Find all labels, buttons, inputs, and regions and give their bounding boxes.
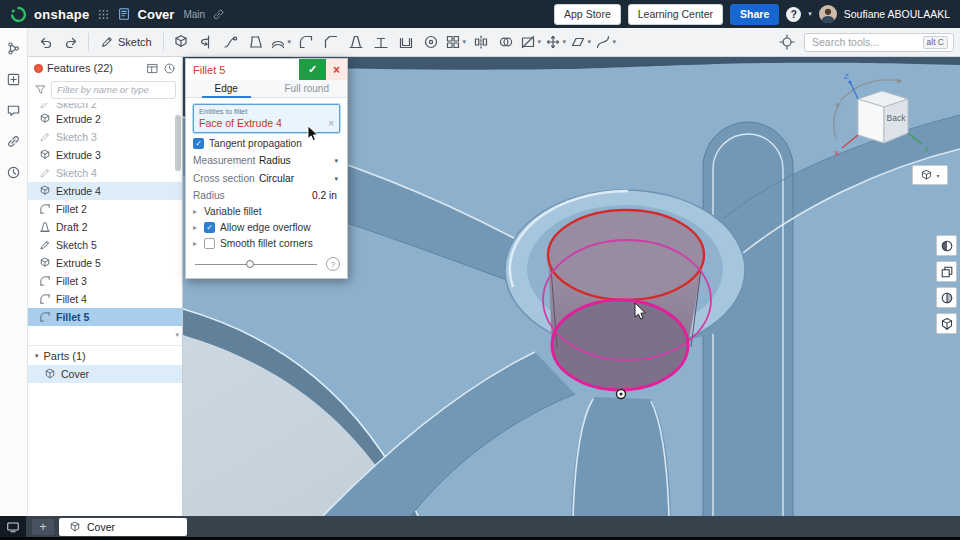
feature-table-icon[interactable]	[146, 62, 159, 75]
appearance-icon[interactable]	[936, 235, 957, 256]
edge-overflow-expand-icon[interactable]: ▸	[193, 223, 199, 232]
view-cube[interactable]: Back Z X Y	[824, 69, 936, 169]
display-style-button[interactable]: ▾	[912, 165, 948, 185]
smooth-fillet-corners-row[interactable]: ▸ Smooth fillet corners	[193, 238, 340, 249]
feature-item-fillet-4[interactable]: Fillet 4	[28, 290, 182, 308]
help-button[interactable]: ?	[786, 7, 801, 22]
part-item-cover[interactable]: Cover	[28, 365, 182, 383]
revolve-icon[interactable]	[194, 31, 218, 53]
sweep-icon[interactable]	[219, 31, 243, 53]
confirm-button[interactable]: ✓	[299, 59, 326, 80]
shell-icon[interactable]	[394, 31, 418, 53]
feature-item-extrude-3[interactable]: Extrude 3	[28, 146, 182, 164]
feature-item-sketch-3[interactable]: Sketch 3	[28, 128, 182, 146]
comment-icon[interactable]	[4, 100, 24, 120]
parts-section-header[interactable]: ▾ Parts (1)	[28, 345, 182, 365]
feature-item-sketch-5[interactable]: Sketch 5	[28, 236, 182, 254]
add-tab-button[interactable]: +	[32, 519, 54, 535]
history-icon[interactable]	[4, 162, 24, 182]
feature-item-sketch-2[interactable]: Sketch 2	[28, 103, 182, 110]
cancel-button[interactable]: ×	[326, 59, 347, 80]
screencast-icon[interactable]	[0, 516, 26, 537]
features-scrollbar-thumb[interactable]	[175, 115, 181, 171]
final-state-slider[interactable]	[193, 259, 319, 269]
redo-button[interactable]	[59, 31, 83, 53]
scroll-down-icon[interactable]: ▾	[175, 331, 179, 339]
slider-handle[interactable]	[246, 260, 254, 268]
tangent-propagation-checkbox[interactable]: ✓	[193, 138, 204, 149]
help-caret-icon[interactable]: ▾	[808, 10, 812, 18]
share-button[interactable]: Share	[730, 4, 779, 25]
tab-full-round[interactable]: Full round	[267, 80, 348, 97]
user-avatar[interactable]	[819, 5, 837, 23]
dropdown-caret-icon: ▾	[462, 38, 466, 46]
smooth-fillet-corners-checkbox[interactable]	[204, 238, 215, 249]
rib-icon[interactable]	[369, 31, 393, 53]
feature-history-icon[interactable]	[163, 62, 176, 75]
manipulator-point[interactable]	[617, 390, 626, 399]
share-link-icon[interactable]	[4, 131, 24, 151]
app-store-button[interactable]: App Store	[554, 4, 621, 25]
thicken-icon[interactable]: ▾	[269, 31, 293, 53]
feature-item-extrude-2[interactable]: Extrude 2	[28, 110, 182, 128]
measurement-row: Measurement Radius ▾	[193, 154, 340, 167]
sketch-button[interactable]: Sketch	[94, 31, 158, 53]
tab-edge[interactable]: Edge	[186, 80, 267, 97]
split-icon[interactable]: ▾	[519, 31, 543, 53]
search-tools-input[interactable]	[810, 35, 919, 49]
mirror-icon[interactable]	[469, 31, 493, 53]
insert-icon[interactable]	[4, 69, 24, 89]
learning-center-button[interactable]: Learning Center	[628, 4, 723, 25]
parts-collapse-icon[interactable]: ▾	[35, 352, 39, 360]
isolate-icon[interactable]	[936, 313, 957, 334]
tangent-propagation-row[interactable]: ✓ Tangent propagation	[193, 138, 340, 149]
versions-icon[interactable]	[4, 38, 24, 58]
feature-item-draft-2[interactable]: Draft 2	[28, 218, 182, 236]
fillet-dialog-header[interactable]: Fillet 5 ✓ ×	[186, 59, 347, 80]
plane-icon[interactable]: ▾	[569, 31, 593, 53]
smooth-corners-expand-icon[interactable]: ▸	[193, 239, 199, 248]
radius-input[interactable]: 0.2 in	[257, 190, 340, 201]
feature-item-fillet-2[interactable]: Fillet 2	[28, 200, 182, 218]
workspace-label[interactable]: Main	[183, 9, 205, 20]
feature-item-fillet-5[interactable]: Fillet 5	[28, 308, 182, 326]
frame-crosshair-button[interactable]	[775, 31, 799, 53]
boolean-icon[interactable]	[494, 31, 518, 53]
dropdown-caret-icon: ▾	[562, 38, 566, 46]
cross-section-select[interactable]: Circular ▾	[257, 172, 340, 185]
transform-icon[interactable]: ▾	[544, 31, 568, 53]
feature-item-sketch-4[interactable]: Sketch 4	[28, 164, 182, 182]
features-status-icon	[34, 64, 43, 73]
hole-icon[interactable]	[419, 31, 443, 53]
view-settings-icon[interactable]	[936, 261, 957, 282]
variable-fillet-expand-icon[interactable]: ▸	[193, 207, 199, 216]
allow-edge-overflow-checkbox[interactable]: ✓	[204, 222, 215, 233]
allow-edge-overflow-row[interactable]: ▸ ✓ Allow edge overflow	[193, 222, 340, 233]
app-grid-icon[interactable]	[97, 8, 110, 21]
filter-funnel-icon[interactable]	[34, 83, 47, 96]
linear-pattern-icon[interactable]: ▾	[444, 31, 468, 53]
undo-button[interactable]	[34, 31, 58, 53]
extrude-icon[interactable]	[169, 31, 193, 53]
draft-icon[interactable]	[344, 31, 368, 53]
loft-icon[interactable]	[244, 31, 268, 53]
entities-to-fillet-box[interactable]: Entities to fillet Face of Extrude 4 ×	[193, 104, 340, 133]
feature-item-extrude-5[interactable]: Extrude 5	[28, 254, 182, 272]
measurement-select[interactable]: Radius ▾	[257, 154, 340, 167]
features-panel-header: Features (22)	[28, 57, 182, 79]
variable-fillet-row[interactable]: ▸ Variable fillet	[193, 206, 340, 217]
feature-item-extrude-4[interactable]: Extrude 4	[28, 182, 182, 200]
share-url-icon[interactable]	[212, 8, 225, 21]
fillet-icon[interactable]	[294, 31, 318, 53]
feature-item-fillet-3[interactable]: Fillet 3	[28, 272, 182, 290]
part-studio-tab[interactable]: Cover	[59, 518, 187, 536]
dialog-help-icon[interactable]: ?	[326, 257, 340, 271]
features-filter-input[interactable]	[51, 81, 176, 99]
search-tools-box[interactable]: alt C	[804, 33, 954, 52]
curve-icon[interactable]: ▾	[594, 31, 618, 53]
user-name[interactable]: Soufiane ABOULAAKL	[844, 8, 950, 20]
remove-entity-icon[interactable]: ×	[328, 118, 334, 129]
chamfer-icon[interactable]	[319, 31, 343, 53]
sketch-pencil-icon	[100, 35, 114, 49]
section-view-icon[interactable]	[936, 287, 957, 308]
